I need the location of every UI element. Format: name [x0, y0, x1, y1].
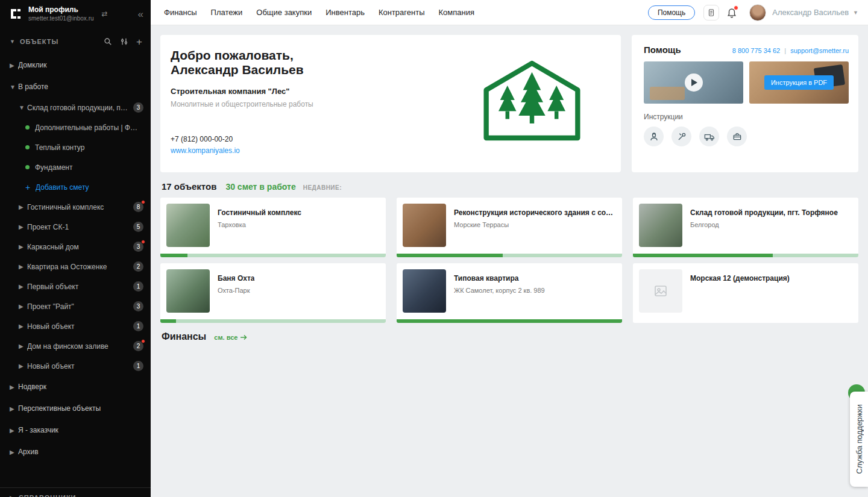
sidebar-item[interactable]: Фундамент — [0, 157, 151, 177]
nav-item-1[interactable]: Платежи — [211, 8, 243, 17]
chevron-right-icon[interactable]: ▶ — [19, 204, 27, 210]
help-card: Помощь 8 800 775 34 62 | support@smetter… — [632, 35, 858, 172]
plus-icon: + — [25, 183, 36, 192]
notifications-button[interactable] — [726, 7, 737, 18]
chevron-down-icon[interactable]: ▼ — [853, 10, 858, 16]
chevron-down-icon[interactable]: ▼ — [10, 39, 15, 45]
sidebar-item[interactable]: ▼Склад готовой продукции, пгт. ...3 — [0, 98, 151, 117]
chevron-right-icon[interactable]: ▶ — [10, 427, 18, 434]
whats-new-button[interactable] — [703, 5, 719, 20]
finances-see-all-link[interactable]: см. все — [214, 334, 247, 341]
object-card[interactable]: Баня ОхтаОхта-Парк — [160, 263, 386, 323]
top-navigation: ФинансыПлатежиОбщие закупкиИнвентарьКонт… — [151, 0, 868, 25]
pdf-instruction-button[interactable]: Инструкция в PDF — [764, 75, 834, 90]
search-icon[interactable] — [104, 37, 112, 46]
sidebar-item[interactable]: ▶Нодверк — [0, 376, 151, 398]
play-icon[interactable] — [685, 73, 703, 92]
chevron-right-icon[interactable]: ▶ — [19, 283, 27, 290]
help-video-thumbnail[interactable] — [644, 61, 743, 104]
avatar[interactable] — [749, 4, 766, 21]
chevron-right-icon[interactable]: ▶ — [19, 323, 27, 330]
object-card[interactable]: Морская 12 (демонстрация) — [633, 263, 858, 323]
sidebar-item-label: Дополнительные работы | Фунда... — [35, 123, 143, 132]
support-service-tab[interactable]: Служба поддержки — [850, 392, 868, 487]
support-email-link[interactable]: support@smetter.ru — [790, 47, 849, 54]
nav-item-0[interactable]: Финансы — [164, 8, 197, 17]
sidebar-item-label: В работе — [18, 83, 143, 91]
chevron-right-icon[interactable]: ▶ — [19, 343, 27, 349]
chevron-right-icon[interactable]: ▶ — [10, 384, 18, 390]
status-dot — [25, 125, 30, 130]
chevron-right-icon[interactable]: ▶ — [19, 223, 27, 230]
chevron-right-icon[interactable]: ▶ — [10, 62, 18, 69]
sidebar-item[interactable]: ▶Гостиничный комплекс8 — [0, 197, 151, 217]
object-card[interactable]: Гостиничный комплексТарховка — [160, 198, 386, 257]
count-badge: 1 — [133, 361, 143, 371]
sidebar-item[interactable]: ▶Квартира на Остоженке2 — [0, 257, 151, 277]
help-pdf-thumbnail[interactable]: Инструкция в PDF — [749, 61, 849, 104]
object-title: Склад готовой продукции, пгт. Торфяное — [690, 208, 838, 217]
objects-count: 17 объектов — [162, 181, 216, 192]
sidebar-item[interactable]: ▶Архив — [0, 441, 151, 463]
object-card[interactable]: Реконструкция исторического здания с сох… — [397, 198, 622, 257]
object-card[interactable]: Типовая квартираЖК Самолет, корпус 2 кв.… — [397, 263, 622, 323]
support-phone-link[interactable]: 8 800 775 34 62 — [732, 47, 781, 54]
chevron-right-icon[interactable]: ▶ — [19, 243, 27, 250]
sidebar-item[interactable]: Теплый контур — [0, 137, 151, 157]
truck-icon[interactable] — [699, 127, 719, 146]
help-button[interactable]: Помощь — [648, 5, 695, 20]
chevron-right-icon[interactable]: ▶ — [19, 363, 27, 369]
sidebar-item[interactable]: ▼В работе — [0, 76, 151, 98]
chevron-right-icon[interactable]: ▶ — [10, 449, 18, 455]
briefcase-icon[interactable] — [727, 127, 747, 146]
sidebar-item[interactable]: ▶Первый объект1 — [0, 277, 151, 296]
company-website-link[interactable]: www.kompaniyales.io — [171, 146, 240, 155]
sidebar-item[interactable]: ▶Домклик — [0, 54, 151, 76]
object-thumbnail — [166, 269, 210, 313]
add-object-icon[interactable]: + — [136, 37, 142, 47]
image-placeholder-icon — [639, 269, 682, 313]
sidebar-item[interactable]: ▶Проект "Райт"3 — [0, 296, 151, 316]
sidebar-item-label: Добавить смету — [36, 183, 143, 192]
sidebar-item[interactable]: ▶Перспективные объекты — [0, 398, 151, 419]
switch-account-icon[interactable]: ⇄ — [102, 10, 108, 18]
sidebar-item-label: Первый объект — [27, 283, 133, 291]
chevron-right-icon[interactable]: ▶ — [19, 303, 27, 310]
progress-bar — [633, 254, 858, 257]
sidebar-item[interactable]: ▶Проект СК-15 — [0, 217, 151, 237]
directories-section[interactable]: ▶ СПРАВОЧНИКИ — [0, 487, 151, 497]
sidebar-item[interactable]: ▶Дом на финском заливе2 — [0, 336, 151, 356]
count-badge: 8 — [133, 202, 143, 212]
tools-icon[interactable] — [671, 127, 691, 146]
sidebar-item[interactable]: ▶Каркасный дом3 — [0, 237, 151, 257]
sidebar: Мой профиль smetter.test01@inbox.ru ⇄ « … — [0, 0, 151, 497]
nav-item-2[interactable]: Общие закупки — [256, 8, 312, 17]
chevron-down-icon[interactable]: ▼ — [10, 84, 18, 90]
sidebar-item[interactable]: ▶Новый объект1 — [0, 356, 151, 376]
support-tab-label: Служба поддержки — [855, 404, 864, 474]
chevron-right-icon[interactable]: ▶ — [10, 405, 18, 412]
profile-switcher[interactable]: Мой профиль smetter.test01@inbox.ru ⇄ « — [0, 0, 151, 28]
status-dot — [25, 165, 30, 169]
sidebar-item[interactable]: ▶Я - заказчик — [0, 419, 151, 441]
sidebar-item-label: Архив — [18, 448, 143, 456]
sidebar-item[interactable]: Дополнительные работы | Фунда... — [0, 117, 151, 137]
help-title: Помощь — [644, 45, 681, 55]
object-card[interactable]: Склад готовой продукции, пгт. ТорфяноеБе… — [633, 198, 858, 257]
engineer-icon[interactable] — [644, 127, 664, 146]
chevron-right-icon[interactable]: ▶ — [19, 263, 27, 270]
sidebar-item-label: Проект "Райт" — [27, 302, 133, 311]
sidebar-item-label: Гостиничный комплекс — [27, 203, 133, 211]
progress-fill — [160, 254, 187, 257]
chevron-down-icon[interactable]: ▼ — [19, 104, 27, 111]
sidebar-add-estimate[interactable]: +Добавить смету — [0, 177, 151, 197]
sidebar-tree: ▶Домклик▼В работе▼Склад готовой продукци… — [0, 54, 151, 463]
user-name[interactable]: Александр Васильев — [772, 8, 849, 17]
nav-item-5[interactable]: Компания — [438, 8, 474, 17]
sidebar-item[interactable]: ▶Новый объект1 — [0, 316, 151, 336]
collapse-sidebar-icon[interactable]: « — [138, 9, 143, 19]
nav-item-4[interactable]: Контрагенты — [379, 8, 425, 17]
nav-item-3[interactable]: Инвентарь — [326, 8, 365, 17]
filter-icon[interactable] — [120, 37, 128, 46]
notification-dot — [734, 5, 738, 10]
